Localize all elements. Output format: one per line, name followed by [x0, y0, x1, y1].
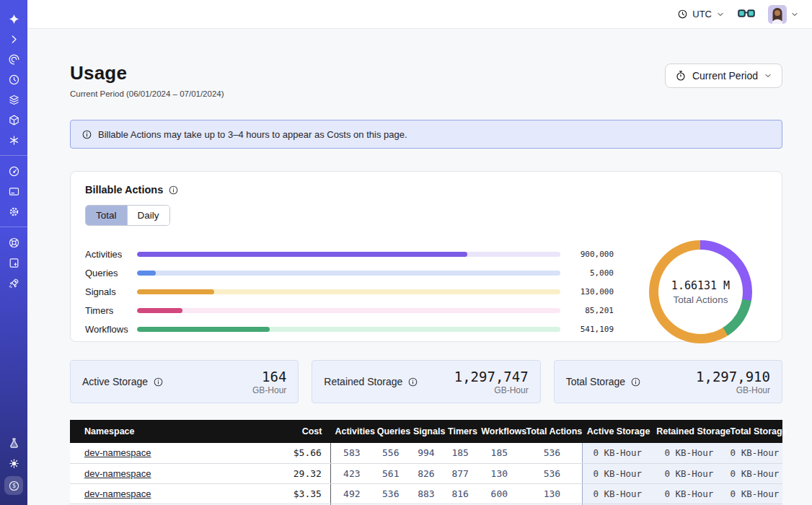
table-row: dev-namespace $5.66 583 556 994 185 185 …: [70, 443, 782, 463]
bar-fill: [137, 289, 214, 294]
col-retained-storage: Retained Storage: [652, 420, 725, 443]
usage-billing-active-item[interactable]: $: [4, 476, 23, 495]
sidebar: $: [0, 0, 27, 505]
labs-flask-icon[interactable]: [8, 437, 20, 449]
billable-actions-tab-group: Total Daily: [85, 205, 170, 226]
namespace-link[interactable]: dev-namespace: [84, 447, 151, 458]
timers-cell: 877: [443, 463, 477, 483]
col-namespace: Namespace: [70, 420, 273, 443]
total-actions-cell: 536: [521, 463, 582, 483]
chevron-down-icon: [764, 71, 772, 80]
storage-card-label: Retained Storage: [324, 376, 402, 387]
info-icon[interactable]: [407, 377, 418, 387]
schedules-clock-icon[interactable]: [8, 74, 20, 86]
main-content: Usage Current Period (06/01/2024 – 07/01…: [27, 29, 812, 505]
docs-book-icon[interactable]: [8, 257, 20, 269]
bar-row-timers: Timers 85,201: [85, 302, 614, 320]
storage-card-value: 1,297,747: [454, 369, 529, 385]
bar-track: [137, 252, 560, 257]
col-cost: Cost: [273, 420, 330, 443]
billable-actions-chart: Activities 900,000 Queries 5,000 Signals…: [85, 240, 767, 343]
namespace-link[interactable]: dev-namespace: [84, 468, 151, 479]
cost-cell: $5.66: [273, 443, 330, 463]
col-signals: Signals: [409, 420, 443, 443]
tab-total[interactable]: Total: [86, 206, 127, 225]
nexus-asterisk-icon[interactable]: [8, 134, 20, 146]
active-storage-card: Active Storage 164 GB-Hour: [70, 360, 299, 403]
workflows-spiral-icon[interactable]: [8, 53, 20, 66]
bar-fill: [137, 252, 467, 257]
bar-track: [137, 327, 560, 332]
info-icon[interactable]: [153, 377, 164, 387]
period-dropdown-button[interactable]: Current Period: [665, 63, 782, 88]
bar-chart: Activities 900,000 Queries 5,000 Signals…: [85, 245, 634, 339]
billable-actions-title: Billable Actions: [85, 184, 163, 196]
total-storage-cell: 0 KB-Hour: [726, 443, 782, 463]
stopwatch-icon: [675, 70, 687, 82]
storage-summary-row: Active Storage 164 GB-Hour Retained Stor…: [70, 360, 782, 403]
storage-card-unit: GB-Hour: [252, 385, 286, 395]
bar-fill: [137, 271, 156, 276]
donut-chart: 1.66131 M Total Actions: [634, 240, 767, 343]
donut-total-label: Total Actions: [674, 294, 728, 305]
theme-sun-icon[interactable]: [8, 457, 20, 470]
timezone-selector[interactable]: UTC: [677, 9, 725, 19]
queries-cell: 536: [373, 483, 409, 504]
bar-value: 130,000: [560, 287, 614, 297]
info-icon[interactable]: [630, 377, 641, 387]
nav-star-icon[interactable]: [8, 13, 20, 25]
bar-label: Signals: [85, 286, 137, 297]
bar-value: 900,000: [560, 250, 614, 259]
deployments-cube-icon[interactable]: [8, 114, 20, 126]
storage-card-value: 1,297,910: [696, 369, 770, 385]
table-row: dev-namespace 29.32 423 561 826 877 130 …: [70, 463, 782, 483]
workflows-cell: 130: [477, 463, 521, 483]
namespace-link[interactable]: dev-namespace: [84, 488, 151, 499]
queries-cell: 561: [373, 463, 409, 483]
usage-gauge-icon[interactable]: [8, 165, 20, 177]
sidebar-divider: [0, 227, 27, 227]
tab-daily[interactable]: Daily: [127, 206, 169, 225]
storage-card-label: Total Storage: [566, 376, 626, 387]
getting-started-rocket-icon[interactable]: [8, 277, 20, 289]
glasses-icon[interactable]: [738, 9, 755, 19]
active-storage-cell: 0 KB-Hour: [583, 443, 652, 463]
usage-page: $ UTC Usage Curren: [0, 0, 812, 505]
signals-cell: 883: [409, 483, 443, 504]
chevron-down-icon: [716, 10, 725, 19]
storage-card-label: Active Storage: [82, 376, 148, 387]
avatar: [768, 5, 787, 24]
activities-cell: 583: [330, 443, 372, 463]
info-icon: [81, 129, 92, 140]
bar-fill: [137, 327, 270, 332]
period-button-label: Current Period: [692, 70, 758, 82]
clock-icon: [677, 9, 688, 19]
svg-text:$: $: [12, 482, 15, 489]
namespace-usage-table: Namespace Cost Activities Queries Signal…: [70, 420, 782, 505]
cost-cell: $3.35: [273, 483, 330, 504]
col-total-actions: Total Actions: [521, 420, 582, 443]
support-lifebuoy-icon[interactable]: [8, 237, 20, 249]
sidebar-divider: [0, 155, 27, 156]
bar-value: 5,000: [560, 268, 614, 278]
retained-storage-card: Retained Storage 1,297,747 GB-Hour: [312, 360, 540, 403]
info-icon[interactable]: [168, 185, 179, 196]
col-activities: Activities: [330, 420, 372, 443]
total-storage-cell: 0 KB-Hour: [726, 483, 782, 504]
billable-actions-card: Billable Actions Total Daily Activities …: [70, 171, 782, 342]
bar-row-workflows: Workflows 541,109: [85, 320, 614, 339]
bar-row-queries: Queries 5,000: [85, 264, 614, 283]
table-header-row: Namespace Cost Activities Queries Signal…: [70, 420, 782, 443]
active-storage-cell: 0 KB-Hour: [583, 483, 652, 504]
total-storage-cell: 0 KB-Hour: [726, 463, 782, 483]
bar-label: Workflows: [85, 324, 137, 335]
billing-card-icon[interactable]: [8, 185, 20, 198]
collapse-chevron-icon[interactable]: [8, 33, 20, 45]
bar-row-activities: Activities 900,000: [85, 245, 614, 264]
bar-label: Activities: [85, 249, 137, 260]
topbar: UTC: [27, 0, 812, 29]
bar-track: [137, 308, 560, 313]
stack-layers-icon[interactable]: [8, 94, 20, 106]
settings-gear-icon[interactable]: [8, 206, 20, 218]
user-menu[interactable]: [768, 5, 799, 24]
